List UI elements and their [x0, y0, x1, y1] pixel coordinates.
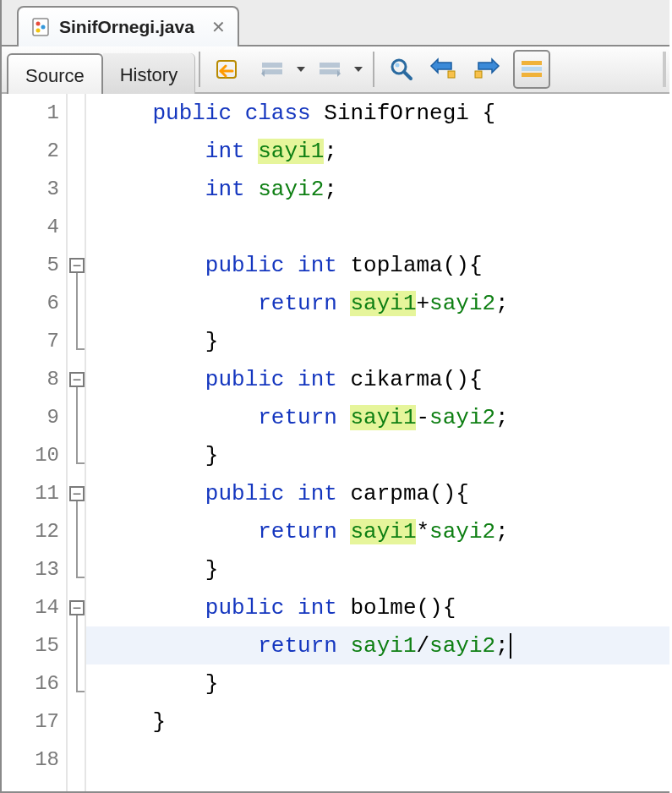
line-number: 8	[47, 360, 59, 398]
svg-rect-0	[33, 19, 48, 36]
fold-bracket-end	[76, 570, 85, 578]
toolbar-separator	[199, 52, 200, 87]
code-line[interactable]	[86, 208, 669, 246]
java-file-icon	[30, 17, 51, 37]
code-editor[interactable]: 123456789101112131415161718 −−−− public …	[2, 94, 669, 791]
code-line[interactable]: return sayi1-sayi2;	[86, 398, 669, 436]
line-number: 1	[47, 94, 59, 132]
line-number: 14	[35, 588, 59, 626]
svg-rect-5	[262, 63, 282, 68]
line-number-gutter: 123456789101112131415161718	[2, 94, 68, 791]
nav-forward-dropdown[interactable]	[352, 52, 364, 86]
fold-bracket	[76, 615, 78, 684]
line-number: 7	[47, 322, 59, 360]
line-number: 3	[47, 170, 59, 208]
code-line[interactable]: int sayi1;	[86, 132, 669, 170]
code-line[interactable]: public class SinifOrnegi {	[86, 94, 669, 132]
nav-back-dropdown[interactable]	[295, 52, 307, 86]
last-edit-button[interactable]	[209, 52, 244, 86]
code-line[interactable]	[86, 741, 669, 779]
editor-window: SinifOrnegi.java ✕ Source History	[0, 0, 669, 793]
code-line[interactable]: }	[86, 436, 669, 474]
file-tab-bar: SinifOrnegi.java ✕	[2, 0, 669, 46]
fold-toggle-icon[interactable]: −	[69, 258, 85, 273]
svg-rect-13	[475, 71, 482, 78]
code-line[interactable]: return sayi1*sayi2;	[86, 512, 669, 550]
svg-rect-8	[320, 69, 340, 74]
fold-bracket-end	[76, 342, 85, 350]
svg-rect-6	[262, 69, 282, 74]
code-line[interactable]: }	[86, 664, 669, 703]
toolbar-group-2	[249, 46, 369, 92]
prev-occurrence-button[interactable]	[425, 52, 462, 86]
editor-toolbar: Source History	[2, 46, 669, 94]
svg-line-10	[404, 72, 411, 79]
fold-gutter: −−−−	[68, 94, 86, 791]
file-tab-name: SinifOrnegi.java	[59, 17, 194, 37]
code-line[interactable]: }	[86, 322, 669, 360]
line-number: 9	[47, 398, 59, 436]
code-line[interactable]: return sayi1/sayi2;	[86, 626, 669, 664]
line-number: 18	[35, 741, 59, 779]
fold-bracket	[76, 387, 78, 456]
close-tab-icon[interactable]: ✕	[211, 17, 226, 37]
toolbar-separator	[663, 52, 666, 87]
tab-source-label: Source	[25, 65, 85, 87]
code-line[interactable]: int sayi2;	[86, 170, 669, 208]
line-number: 12	[35, 512, 59, 550]
nav-forward-button[interactable]	[312, 52, 347, 86]
code-line[interactable]: public int bolme(){	[86, 588, 669, 626]
code-line[interactable]: public int cikarma(){	[86, 360, 669, 398]
code-area[interactable]: public class SinifOrnegi { int sayi1; in…	[86, 94, 669, 791]
code-line[interactable]: }	[86, 550, 669, 588]
line-number: 11	[35, 474, 59, 512]
svg-rect-15	[522, 67, 542, 71]
fold-toggle-icon[interactable]: −	[69, 600, 85, 615]
tab-source[interactable]: Source	[7, 53, 103, 97]
toolbar-separator	[373, 52, 374, 87]
code-line[interactable]: return sayi1+sayi2;	[86, 284, 669, 322]
line-number: 6	[47, 284, 59, 322]
file-tab[interactable]: SinifOrnegi.java ✕	[17, 6, 239, 46]
line-number: 10	[35, 436, 59, 474]
find-button[interactable]	[383, 52, 420, 86]
code-line[interactable]: }	[86, 703, 669, 741]
line-number: 16	[35, 664, 59, 703]
code-line[interactable]: public int toplama(){	[86, 246, 669, 284]
svg-rect-16	[522, 73, 542, 77]
tab-history[interactable]: History	[103, 53, 195, 97]
svg-point-1	[36, 22, 41, 26]
nav-back-button[interactable]	[254, 52, 290, 86]
line-number: 17	[35, 703, 59, 741]
fold-toggle-icon[interactable]: −	[69, 372, 85, 387]
toolbar-group-3	[378, 46, 555, 92]
svg-point-11	[396, 63, 400, 68]
fold-bracket-end	[76, 456, 85, 464]
fold-bracket-end	[76, 684, 85, 692]
line-number: 2	[47, 132, 59, 170]
fold-toggle-icon[interactable]: −	[69, 486, 85, 501]
svg-rect-7	[320, 63, 340, 68]
svg-rect-12	[448, 71, 455, 78]
code-line[interactable]: public int carpma(){	[86, 474, 669, 512]
line-number: 13	[35, 550, 59, 588]
caret	[510, 633, 511, 659]
fold-bracket	[76, 273, 78, 342]
tab-history-label: History	[120, 64, 178, 86]
line-number: 15	[35, 626, 59, 664]
fold-bracket	[76, 501, 78, 570]
toggle-highlight-button[interactable]	[513, 50, 550, 89]
next-occurrence-button[interactable]	[467, 52, 505, 86]
svg-point-3	[36, 29, 41, 33]
toolbar-group-1	[204, 46, 249, 92]
svg-rect-14	[522, 61, 542, 65]
line-number: 5	[47, 246, 59, 284]
svg-point-2	[41, 25, 46, 30]
line-number: 4	[47, 208, 59, 246]
